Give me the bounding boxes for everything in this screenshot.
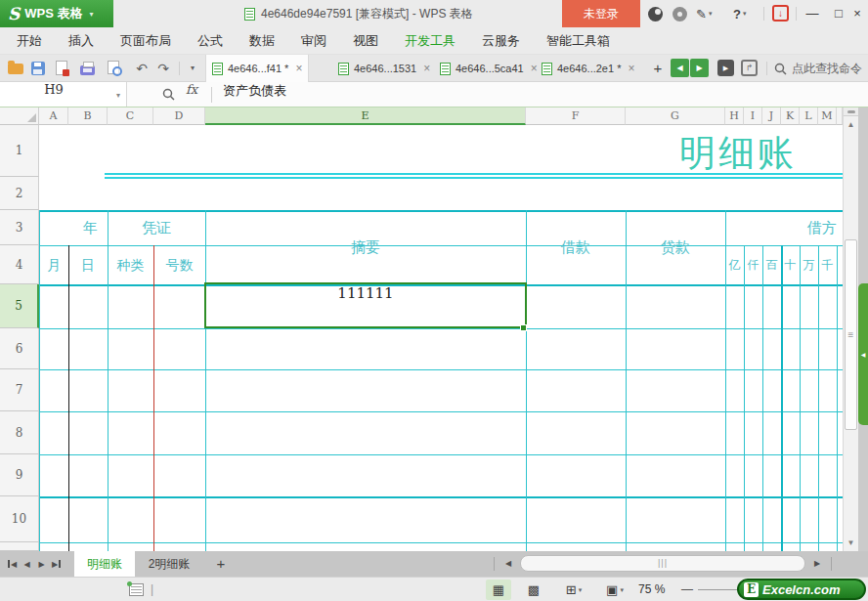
row-header-9[interactable]: 9 — [0, 454, 39, 496]
fx-icon[interactable]: fx — [186, 82, 197, 97]
split-handle[interactable] — [844, 107, 859, 116]
month-header-cell[interactable]: 月 — [39, 245, 68, 284]
hscroll-left-button[interactable]: ◀ — [500, 551, 516, 577]
sheet-grid[interactable]: 1 2 3 4 5 6 7 8 9 10 明细账 年 凭证 摘要 借款 贷款 借… — [0, 125, 843, 551]
row-header-2[interactable]: 2 — [0, 177, 39, 210]
open-icon[interactable] — [8, 64, 23, 74]
menu-item-data[interactable]: 数据 — [249, 32, 275, 50]
command-search-input[interactable]: 点此查找命令 — [792, 55, 862, 82]
document-tab[interactable]: 4e646...2e1 * × — [536, 55, 640, 82]
close-icon[interactable]: × — [295, 62, 302, 75]
debit-header-cell[interactable]: 借方 — [725, 210, 841, 245]
column-header-j[interactable]: J — [762, 107, 781, 125]
search-icon[interactable] — [162, 88, 175, 101]
kind-header-cell[interactable]: 种类 — [108, 245, 153, 284]
page-layout-view-button[interactable]: ⊞ ▾ — [556, 580, 591, 600]
help-button[interactable]: ? ▾ — [733, 0, 746, 27]
download-icon[interactable]: ↓ — [772, 5, 789, 21]
unit-cell[interactable]: 亿 — [725, 245, 744, 284]
settings-icon[interactable] — [673, 7, 687, 21]
column-header-l[interactable]: L — [800, 107, 818, 125]
normal-view-button[interactable]: ▦ — [486, 580, 511, 600]
print-preview-icon[interactable] — [108, 61, 119, 74]
next-tab-button[interactable]: ▶ — [690, 59, 709, 77]
scroll-up-button[interactable]: ▲ — [844, 120, 858, 129]
column-header-m[interactable]: M — [818, 107, 837, 125]
zoom-level[interactable]: 75 % — [638, 578, 665, 601]
menu-item-home[interactable]: 开始 — [17, 32, 42, 50]
vertical-scrollbar[interactable]: ▲ ≡ ▼ — [843, 107, 858, 551]
column-header-d[interactable]: D — [153, 107, 205, 125]
side-panel-tab[interactable]: ◀ — [858, 283, 868, 425]
unit-cell[interactable]: 仟 — [744, 245, 762, 284]
login-button[interactable]: 未登录 — [562, 0, 640, 27]
menu-item-dev-tools[interactable]: 开发工具 — [405, 32, 456, 50]
row-header-3[interactable]: 3 — [0, 210, 39, 245]
save-icon[interactable] — [31, 62, 45, 75]
next-sheet-button[interactable]: ▶ — [34, 560, 49, 569]
prev-sheet-button[interactable]: ◀ — [20, 560, 34, 569]
share-icon[interactable]: ↱ — [741, 60, 758, 76]
prev-tab-button[interactable]: ◀ — [671, 59, 689, 77]
select-all-corner[interactable] — [0, 107, 39, 125]
redo-icon[interactable]: ↷ — [154, 55, 172, 82]
presentation-icon[interactable]: ▶ — [717, 60, 734, 76]
document-tab[interactable]: 4e646...5ca41 × — [434, 55, 543, 82]
close-icon[interactable]: × — [423, 62, 430, 75]
unit-cell[interactable]: 千 — [818, 245, 837, 284]
close-icon[interactable]: × — [628, 62, 634, 75]
horizontal-scrollbar-thumb[interactable]: ||| — [520, 555, 805, 572]
row-header-7[interactable]: 7 — [0, 369, 39, 411]
row-header-5[interactable]: 5 — [0, 284, 39, 328]
row-header-6[interactable]: 6 — [0, 328, 39, 369]
row-header-8[interactable]: 8 — [0, 411, 39, 454]
toolbar-options-icon[interactable]: ▾ — [186, 55, 199, 82]
column-header-k[interactable]: K — [781, 107, 800, 125]
sheet-title[interactable]: 明细账 — [626, 129, 843, 178]
row-header-1[interactable]: 1 — [0, 125, 39, 177]
hscroll-right-button[interactable]: ▶ — [809, 551, 825, 577]
row-header-10[interactable]: 10 — [0, 496, 39, 542]
export-pdf-icon[interactable] — [56, 61, 67, 75]
vertical-scrollbar-thumb[interactable]: ≡ — [845, 239, 857, 430]
borrow-header-cell[interactable]: 借款 — [526, 210, 626, 284]
scroll-down-button[interactable]: ▼ — [844, 538, 858, 547]
undo-icon[interactable]: ↶ — [133, 55, 151, 82]
reading-view-button[interactable]: ▣ ▾ — [597, 580, 632, 600]
menu-item-insert[interactable]: 插入 — [68, 32, 94, 50]
minimize-button[interactable]: — — [802, 0, 823, 27]
number-header-cell[interactable]: 号数 — [153, 245, 205, 284]
column-header-g[interactable]: G — [626, 107, 725, 125]
document-tab[interactable]: 4e646...1531 × — [332, 55, 436, 82]
summary-header-cell[interactable]: 摘要 — [205, 210, 526, 284]
column-header-c[interactable]: C — [108, 107, 153, 125]
first-sheet-button[interactable]: ◀ — [5, 560, 20, 569]
new-document-tab-button[interactable]: + — [649, 55, 667, 82]
menu-item-page-layout[interactable]: 页面布局 — [120, 32, 171, 50]
menu-item-smart-toolbox[interactable]: 智能工具箱 — [546, 32, 610, 50]
sheet-tab-active[interactable]: 明细账 — [74, 551, 135, 577]
page-break-view-button[interactable]: ▩ — [521, 580, 546, 600]
row-header-4[interactable]: 4 — [0, 245, 39, 284]
app-button[interactable]: S WPS 表格 ▾ — [0, 0, 113, 27]
unit-cell[interactable]: 十 — [781, 245, 800, 284]
column-header-b[interactable]: B — [68, 107, 108, 125]
unit-cell[interactable]: 万 — [800, 245, 818, 284]
voucher-header-cell[interactable]: 凭证 — [108, 210, 205, 245]
unit-cell[interactable]: 百 — [762, 245, 781, 284]
search-icon[interactable] — [774, 63, 787, 75]
column-header-h[interactable]: H — [725, 107, 744, 125]
column-header-i[interactable]: I — [744, 107, 762, 125]
menu-item-view[interactable]: 视图 — [353, 32, 378, 50]
column-header-e[interactable]: E — [205, 107, 526, 125]
theme-icon[interactable] — [648, 7, 663, 21]
last-sheet-button[interactable]: ▶ — [49, 560, 64, 569]
day-header-cell[interactable]: 日 — [68, 245, 108, 284]
menu-item-cloud[interactable]: 云服务 — [482, 32, 520, 50]
sheet-tab[interactable]: 2明细账 — [135, 551, 203, 577]
add-sheet-button[interactable]: + — [211, 551, 231, 577]
name-box[interactable]: H9 ▾ — [0, 82, 127, 107]
menu-item-formulas[interactable]: 公式 — [197, 32, 223, 50]
loan-header-cell[interactable]: 贷款 — [626, 210, 725, 284]
formula-input[interactable]: 资产负债表 — [223, 82, 286, 100]
